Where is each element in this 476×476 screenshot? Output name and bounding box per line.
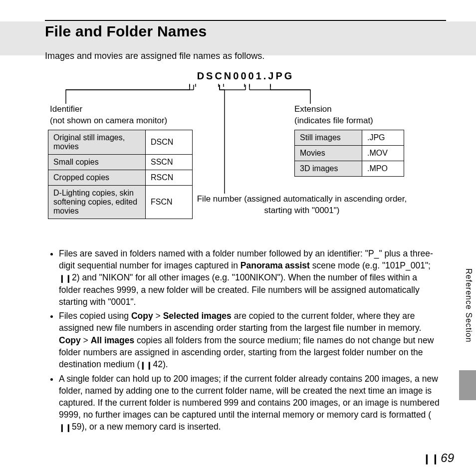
list-item: Files copied using Copy > Selected image… — [59, 310, 441, 370]
id-code: DSCN — [146, 130, 193, 155]
id-label: Cropped copies — [48, 170, 146, 186]
page-number-value: 69 — [441, 451, 454, 465]
table-row: Movies.MOV — [295, 146, 404, 161]
text: > — [81, 335, 91, 345]
extension-table: Still images.JPG Movies.MOV 3D images.MP… — [294, 130, 404, 177]
page-content: File and Folder Names Images and movies … — [0, 0, 476, 433]
ref-num: 59 — [72, 422, 81, 432]
ext-label: 3D images — [295, 161, 362, 177]
id-label: D-Lighting copies, skin softening copies… — [48, 186, 146, 219]
ext-label: Movies — [295, 146, 362, 161]
page-number: ❙❙69 — [423, 451, 454, 465]
id-code: SSCN — [146, 155, 193, 170]
id-label: Small copies — [48, 155, 146, 170]
bold-text: Panorama assist — [240, 260, 310, 270]
top-rule — [45, 20, 446, 21]
table-row: 3D images.MPO — [295, 161, 404, 177]
page-title: File and Folder Names — [45, 23, 446, 40]
identifier-table: Original still images, moviesDSCN Small … — [48, 130, 193, 219]
bold-text: Selected images — [163, 311, 232, 321]
extension-heading: Extension — [294, 104, 332, 114]
ref-num: 2 — [72, 272, 77, 282]
intro-text: Images and movies are assigned file name… — [45, 51, 446, 61]
text: scene mode (e.g. "101P_001"; — [310, 260, 431, 270]
example-filename: DSCN0001.JPG — [45, 70, 446, 82]
ext-label: Still images — [295, 130, 362, 146]
id-code: RSCN — [146, 170, 193, 186]
reference-icon: ❙❙ — [423, 453, 440, 464]
bullet-list: Files are saved in folders named with a … — [45, 247, 446, 433]
bold-text: Copy — [59, 335, 81, 345]
id-code: FSCN — [146, 186, 193, 219]
ext-code: .JPG — [362, 130, 404, 146]
extension-label: Extension (indicates file format) — [294, 104, 373, 127]
list-item: Files are saved in folders named with a … — [59, 247, 441, 308]
ext-code: .MOV — [362, 146, 404, 161]
file-number-label: File number (assigned automatically in a… — [195, 194, 409, 217]
extension-sub: (indicates file format) — [294, 116, 373, 125]
identifier-label: Identifier (not shown on camera monitor) — [50, 104, 167, 127]
bold-text: Copy — [131, 311, 153, 321]
list-item: A single folder can hold up to 200 image… — [59, 373, 441, 433]
text: ) and "NIKON" for all other images (e.g.… — [59, 272, 420, 307]
table-row: Cropped copiesRSCN — [48, 170, 193, 186]
text: ), or a new memory card is inserted. — [81, 422, 221, 432]
ref-num: 42 — [153, 359, 162, 369]
ext-code: .MPO — [362, 161, 404, 177]
table-row: Still images.JPG — [295, 130, 404, 146]
table-row: Original still images, moviesDSCN — [48, 130, 193, 155]
identifier-sub: (not shown on camera monitor) — [50, 116, 167, 125]
table-row: Small copiesSSCN — [48, 155, 193, 170]
text: Files copied using — [59, 311, 131, 321]
reference-icon: ❙❙ — [59, 273, 72, 284]
id-label: Original still images, movies — [48, 130, 146, 155]
filename-diagram: Identifier (not shown on camera monitor)… — [45, 84, 446, 238]
table-row: D-Lighting copies, skin softening copies… — [48, 186, 193, 219]
text: A single folder can hold up to 200 image… — [59, 374, 440, 420]
reference-icon: ❙❙ — [140, 360, 153, 371]
identifier-heading: Identifier — [50, 104, 82, 114]
text: > — [153, 311, 163, 321]
text: ). — [163, 359, 168, 369]
reference-icon: ❙❙ — [59, 423, 72, 433]
bold-text: All images — [91, 335, 135, 345]
